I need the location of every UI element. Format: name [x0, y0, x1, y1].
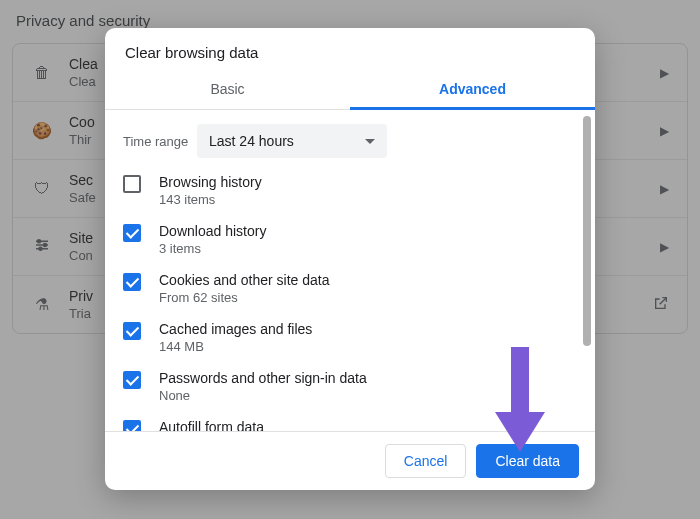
- checkbox-passwords[interactable]: [123, 371, 141, 389]
- item-label: Cached images and files: [159, 321, 312, 337]
- dialog-tabs: Basic Advanced: [105, 69, 595, 110]
- time-range-select[interactable]: Last 24 hours: [197, 124, 387, 158]
- item-label: Download history: [159, 223, 266, 239]
- scrollbar[interactable]: [583, 116, 591, 346]
- time-range-label: Time range: [123, 134, 197, 149]
- item-cached: Cached images and files144 MB: [123, 321, 577, 354]
- item-download-history: Download history3 items: [123, 223, 577, 256]
- item-label: Cookies and other site data: [159, 272, 329, 288]
- dialog-title: Clear browsing data: [105, 28, 595, 69]
- checkbox-browsing-history[interactable]: [123, 175, 141, 193]
- item-autofill: Autofill form data: [123, 419, 577, 431]
- chevron-down-icon: [365, 139, 375, 144]
- dialog-footer: Cancel Clear data: [105, 431, 595, 490]
- clear-browsing-data-dialog: Clear browsing data Basic Advanced Time …: [105, 28, 595, 490]
- item-desc: None: [159, 388, 367, 403]
- item-label: Browsing history: [159, 174, 262, 190]
- cancel-button[interactable]: Cancel: [385, 444, 467, 478]
- modal-overlay: Clear browsing data Basic Advanced Time …: [0, 0, 700, 519]
- dialog-scroll-area: Time range Last 24 hours Browsing histor…: [105, 110, 595, 431]
- item-label: Passwords and other sign-in data: [159, 370, 367, 386]
- checkbox-cookies[interactable]: [123, 273, 141, 291]
- tab-advanced[interactable]: Advanced: [350, 69, 595, 110]
- item-cookies: Cookies and other site dataFrom 62 sites: [123, 272, 577, 305]
- item-desc: 3 items: [159, 241, 266, 256]
- checkbox-cached[interactable]: [123, 322, 141, 340]
- item-desc: 143 items: [159, 192, 262, 207]
- item-passwords: Passwords and other sign-in dataNone: [123, 370, 577, 403]
- item-desc: From 62 sites: [159, 290, 329, 305]
- item-browsing-history: Browsing history143 items: [123, 174, 577, 207]
- checkbox-download-history[interactable]: [123, 224, 141, 242]
- clear-data-button[interactable]: Clear data: [476, 444, 579, 478]
- item-label: Autofill form data: [159, 419, 264, 431]
- item-desc: 144 MB: [159, 339, 312, 354]
- tab-basic[interactable]: Basic: [105, 69, 350, 109]
- checkbox-autofill[interactable]: [123, 420, 141, 431]
- time-range-value: Last 24 hours: [209, 133, 294, 149]
- time-range-row: Time range Last 24 hours: [123, 124, 577, 158]
